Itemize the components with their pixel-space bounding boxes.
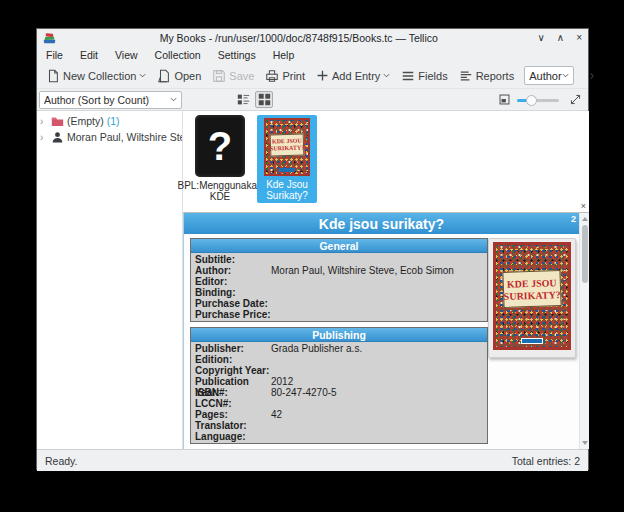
field-label: Purchase Price: xyxy=(195,309,271,320)
field-row: Copyright Year: xyxy=(195,365,487,376)
folder-icon xyxy=(51,115,64,128)
publisher-logo xyxy=(279,168,295,172)
field-row: Purchase Price: xyxy=(195,309,487,320)
close-button[interactable]: × xyxy=(576,31,582,45)
field-label: Subtitle: xyxy=(195,254,271,265)
close-icon[interactable]: × xyxy=(581,202,586,211)
field-label: Publisher: xyxy=(195,343,271,354)
menu-item-settings[interactable]: Settings xyxy=(218,49,256,61)
menu-item-help[interactable]: Help xyxy=(273,49,295,61)
field-value: 42 xyxy=(271,409,282,420)
cover-title-panel: KDE JSOU SURIKATY? xyxy=(502,270,561,308)
menu-item-edit[interactable]: Edit xyxy=(80,49,98,61)
entry-tile-bpl[interactable]: ? BPL:Menggunakan KDE xyxy=(189,115,251,202)
entry-cover-column: KDE JSOU SURIKATY? xyxy=(488,238,576,449)
field-row: Publisher: Grada Publisher a.s. xyxy=(195,343,487,354)
entry-badge: 2 xyxy=(571,214,576,224)
expander-icon[interactable]: › xyxy=(40,132,48,143)
entry-body: General Subtitle: Author: Moran Paul, Wi… xyxy=(184,234,579,449)
reports-icon xyxy=(459,69,473,83)
field-label: Pages: xyxy=(195,409,271,420)
field-row: ISBN#: 80-247-4270-5 xyxy=(195,387,487,398)
icon-size-slider[interactable] xyxy=(517,93,559,107)
field-row: Subtitle: xyxy=(195,254,487,265)
window-title: My Books - /run/user/1000/doc/8748f915/B… xyxy=(60,32,538,44)
fields-button[interactable]: Fields xyxy=(398,66,450,86)
save-button: Save xyxy=(209,66,257,86)
field-label: Binding: xyxy=(195,287,271,298)
field-label: Author: xyxy=(195,265,271,276)
group-entries-combo[interactable]: Author xyxy=(524,66,573,85)
field-label: Edition: xyxy=(195,354,271,365)
list-view-icon xyxy=(237,93,250,106)
scrollbar-thumb[interactable] xyxy=(582,225,588,283)
field-label: Translator: xyxy=(195,420,271,431)
add-entry-button[interactable]: Add Entry xyxy=(313,66,393,85)
menu-item-file[interactable]: File xyxy=(46,49,63,61)
maximize-button[interactable]: ∧ xyxy=(557,31,564,45)
group-item-author[interactable]: › Moran Paul, Wiltshire Steve, Ec... (1) xyxy=(37,129,182,145)
field-row: Publication Year: 2012 xyxy=(195,376,487,387)
entry-tile-surikaty[interactable]: KDE JSOU SURIKATY? Kde Jsou Surikaty? xyxy=(257,115,317,203)
print-button[interactable]: Print xyxy=(262,66,308,86)
question-mark-glyph: ? xyxy=(208,124,232,169)
open-button[interactable]: Open xyxy=(154,66,204,86)
field-row: Editor: xyxy=(195,276,487,287)
total-entries: Total entries: 2 xyxy=(512,455,580,467)
menu-item-view[interactable]: View xyxy=(115,49,138,61)
slider-handle[interactable] xyxy=(526,95,537,106)
zoom-fit-button[interactable] xyxy=(495,91,513,108)
field-row: Edition: xyxy=(195,354,487,365)
group-count: (1) xyxy=(107,115,120,127)
entry-cover-frame: KDE JSOU SURIKATY? xyxy=(488,238,576,358)
field-row: Binding: xyxy=(195,287,487,298)
group-item-empty[interactable]: › (Empty) (1) xyxy=(37,113,182,129)
group-by-combo[interactable]: Author (Sort by Count) xyxy=(39,91,182,109)
scroll-down-arrow-icon[interactable] xyxy=(582,441,588,445)
tellico-window: My Books - /run/user/1000/doc/8748f915/B… xyxy=(36,28,589,470)
chevron-down-icon xyxy=(139,73,146,78)
field-row: Language: xyxy=(195,431,487,442)
reports-button[interactable]: Reports xyxy=(456,66,518,86)
entry-view-scrollbar[interactable] xyxy=(579,213,589,449)
cover-title-line: KDE JSOU xyxy=(507,277,557,290)
menu-item-collection[interactable]: Collection xyxy=(155,49,201,61)
field-label: Purchase Date: xyxy=(195,298,271,309)
group-label: (Empty) xyxy=(67,115,104,127)
grid-view-icon xyxy=(258,93,271,106)
group-view-tree: › (Empty) (1) › Moran Paul, Wiltshire St… xyxy=(37,111,183,449)
entry-tile-label: BPL:Menggunakan KDE xyxy=(177,180,262,202)
field-row: Pages: 42 xyxy=(195,409,487,420)
entry-cover-image: KDE JSOU SURIKATY? xyxy=(493,242,571,350)
status-message: Ready. xyxy=(45,455,78,467)
titlebar[interactable]: My Books - /run/user/1000/doc/8748f915/B… xyxy=(37,29,588,47)
field-label: ISBN#: xyxy=(195,387,271,398)
fields-label: Fields xyxy=(418,70,447,82)
expander-icon[interactable]: › xyxy=(40,116,48,127)
print-label: Print xyxy=(282,70,305,82)
group-label: Moran Paul, Wiltshire Steve, Ec... xyxy=(67,131,182,143)
field-row: LCCN#: xyxy=(195,398,487,409)
minimize-button[interactable]: ∨ xyxy=(538,31,545,45)
icon-view-toolbar xyxy=(182,89,588,110)
statusbar: Ready. Total entries: 2 xyxy=(37,449,588,471)
field-label: LCCN#: xyxy=(195,398,271,409)
field-label: Publication Year: xyxy=(195,376,271,387)
menubar: File Edit View Collection Settings Help xyxy=(37,47,588,63)
section-title: General xyxy=(191,239,487,253)
save-label: Save xyxy=(229,70,254,82)
right-pane: ? BPL:Menggunakan KDE KDE JSOU SURIKATY?… xyxy=(183,111,589,449)
new-document-icon xyxy=(46,69,60,83)
main-area: › (Empty) (1) › Moran Paul, Wiltshire St… xyxy=(37,111,588,449)
scroll-up-arrow-icon[interactable] xyxy=(582,217,588,221)
entry-icon-view: ? BPL:Menggunakan KDE KDE JSOU SURIKATY?… xyxy=(183,111,589,212)
new-collection-button[interactable]: New Collection xyxy=(43,66,149,86)
list-view-button[interactable] xyxy=(234,91,252,108)
field-row: Translator: xyxy=(195,420,487,431)
field-row: Author: Moran Paul, Wiltshire Steve, Eco… xyxy=(195,265,487,276)
entry-detail-view: Kde jsou surikaty? 2 General Subtitle: xyxy=(183,212,589,449)
book-cover-image: KDE JSOU SURIKATY? xyxy=(264,118,310,176)
toolbar-overflow-button[interactable]: › xyxy=(588,67,601,85)
zoom-expand-button[interactable] xyxy=(566,91,584,108)
icon-view-button[interactable] xyxy=(255,91,273,108)
